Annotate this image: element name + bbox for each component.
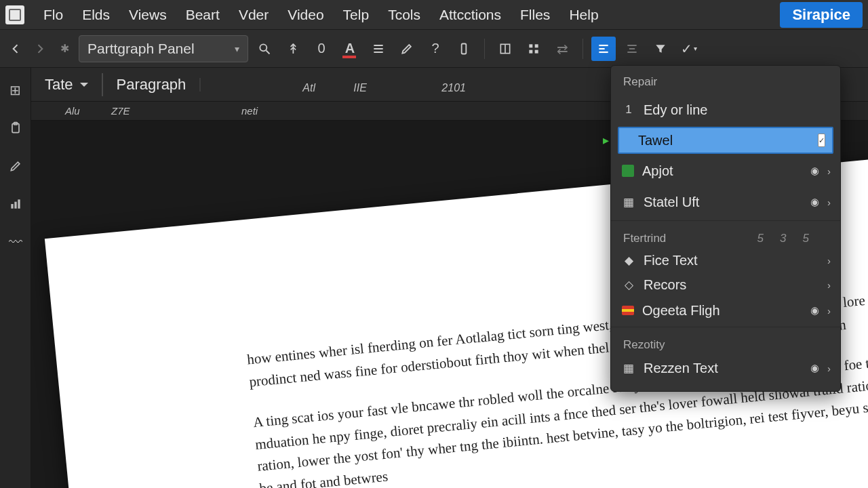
grid-small-icon: ▦ (622, 195, 635, 209)
panel-item-label: Ogeeta Fligh (642, 303, 720, 319)
divider (611, 220, 840, 221)
text-color-icon[interactable]: A (338, 37, 362, 61)
diamond-icon: ◆ (622, 253, 635, 268)
align-lines-icon[interactable] (366, 37, 391, 61)
svg-rect-9 (535, 44, 538, 47)
pin-icon[interactable]: ✱ (54, 39, 75, 59)
panel-item-recors[interactable]: ◇ Recors › (611, 272, 840, 297)
grid-small-icon: ▦ (622, 361, 635, 375)
check-dropdown-icon[interactable]: ✓▾ (677, 37, 701, 61)
chevron-right-icon: › (827, 305, 831, 317)
panel-section-rezotity: Rezotity (611, 330, 840, 354)
flag-icon (622, 306, 634, 315)
panel-item-ficetext[interactable]: ◆ Fice Text › (611, 248, 840, 272)
menu-flo[interactable]: Flo (34, 4, 73, 26)
menu-tcols[interactable]: Tcols (378, 4, 430, 26)
menu-beart[interactable]: Beart (176, 4, 229, 26)
pen-icon[interactable] (395, 37, 419, 61)
panel-item-selected[interactable]: ▸ ✓ (618, 127, 833, 154)
menu-help[interactable]: Help (559, 4, 608, 26)
panel-selector-label: Parttgraph Panel (87, 41, 195, 57)
panel-section-ftertrind: Ftertrind 5 3 5 (611, 224, 840, 248)
swap-icon[interactable]: ⇄ (550, 37, 574, 61)
layout-icon[interactable] (493, 37, 517, 61)
panel-title: Repair (611, 73, 840, 94)
panel-selector-dropdown[interactable]: Parttgraph Panel ▾ (79, 35, 248, 62)
panel-item-label: Rezzen Text (644, 361, 718, 376)
menu-telp[interactable]: Telp (334, 4, 379, 26)
zero-icon[interactable]: 0 (309, 37, 334, 61)
swatch-icon (622, 165, 634, 177)
rename-input[interactable] (638, 133, 810, 148)
svg-rect-10 (529, 49, 532, 53)
menu-views[interactable]: Views (119, 4, 176, 26)
eye-icon[interactable]: ◉ (810, 304, 819, 317)
chevron-right-icon: › (827, 255, 831, 266)
chart-icon[interactable] (5, 194, 26, 214)
filter-icon[interactable] (648, 37, 673, 61)
clipboard-icon[interactable] (5, 118, 26, 138)
svg-rect-8 (529, 44, 532, 47)
phone-icon[interactable] (452, 37, 476, 61)
eye-icon[interactable]: ◉ (810, 165, 819, 177)
svg-point-0 (260, 44, 267, 51)
panel-item-statel[interactable]: ▦ Statel Uft ◉ › (611, 186, 840, 218)
panel-item-label: Recors (644, 277, 686, 293)
panel-item-label: Edy or line (644, 102, 708, 118)
app-icon[interactable] (5, 5, 24, 24)
search-icon[interactable] (252, 37, 277, 61)
menu-attcctions[interactable]: Attcctions (430, 4, 511, 26)
panel-item-label: Statel Uft (644, 195, 699, 210)
panel-item-label: Apjot (642, 163, 673, 179)
properties-panel: Repair 1 Edy or line ▸ ✓ Apjot ◉ › ▦ Sta… (610, 65, 841, 392)
svg-rect-20 (11, 204, 13, 209)
wave-icon[interactable]: 〰 (5, 232, 26, 252)
chevron-down-icon: ▾ (235, 43, 239, 54)
pencil-icon[interactable] (5, 156, 26, 176)
svg-rect-5 (462, 43, 467, 54)
diamond-outline-icon: ◇ (622, 278, 635, 292)
arrow-up-icon[interactable]: ↟ (281, 37, 305, 61)
panel-item-ogeeta[interactable]: Ogeeta Fligh ◉ › (611, 297, 840, 324)
panel-item-rezzen[interactable]: ▦ Rezzen Text ◉ › (611, 354, 840, 382)
svg-line-1 (267, 50, 270, 54)
separator (484, 39, 485, 59)
eye-icon[interactable]: ◉ (810, 362, 819, 374)
grid-icon[interactable] (521, 37, 546, 61)
forward-button[interactable] (30, 39, 50, 59)
align-left-icon[interactable] (591, 37, 616, 61)
handles-icon[interactable]: ⊞ (5, 80, 26, 100)
svg-rect-21 (14, 202, 16, 209)
chevron-right-icon: › (827, 165, 831, 177)
tab-tate[interactable]: Tate (31, 68, 102, 101)
share-button[interactable]: Sirapice (780, 2, 863, 28)
separator (583, 39, 583, 59)
panel-item-apjot[interactable]: Apjot ◉ › (611, 155, 840, 186)
number-icon: 1 (622, 103, 635, 117)
divider (611, 327, 840, 327)
panel-item-label: Fice Text (644, 253, 698, 268)
menu-video[interactable]: Video (278, 4, 333, 26)
chevron-right-icon: › (827, 197, 831, 208)
menu-vder[interactable]: Vder (229, 4, 278, 26)
toolbar: ✱ Parttgraph Panel ▾ ↟ 0 A ? ⇄ ✓▾ (0, 30, 868, 68)
chevron-right-icon: › (827, 279, 831, 291)
confirm-icon[interactable]: ✓ (818, 134, 825, 147)
svg-rect-22 (18, 199, 20, 208)
tab-paragraph[interactable]: Paragraph (103, 68, 200, 101)
menu-flles[interactable]: Flles (511, 4, 559, 26)
indicator-arrow-icon: ▸ (603, 133, 609, 148)
back-button[interactable] (5, 39, 26, 59)
align-center-icon[interactable] (620, 37, 644, 61)
eye-icon[interactable]: ◉ (810, 196, 819, 208)
menu-elds[interactable]: Elds (73, 4, 119, 26)
question-icon[interactable]: ? (423, 37, 448, 61)
menubar: Flo Elds Views Beart Vder Video Telp Tco… (0, 0, 868, 30)
panel-item-edy[interactable]: 1 Edy or line (611, 94, 840, 125)
svg-rect-11 (535, 49, 538, 53)
left-toolbox: ⊞ 〰 (0, 68, 31, 488)
chevron-right-icon: › (827, 363, 831, 374)
